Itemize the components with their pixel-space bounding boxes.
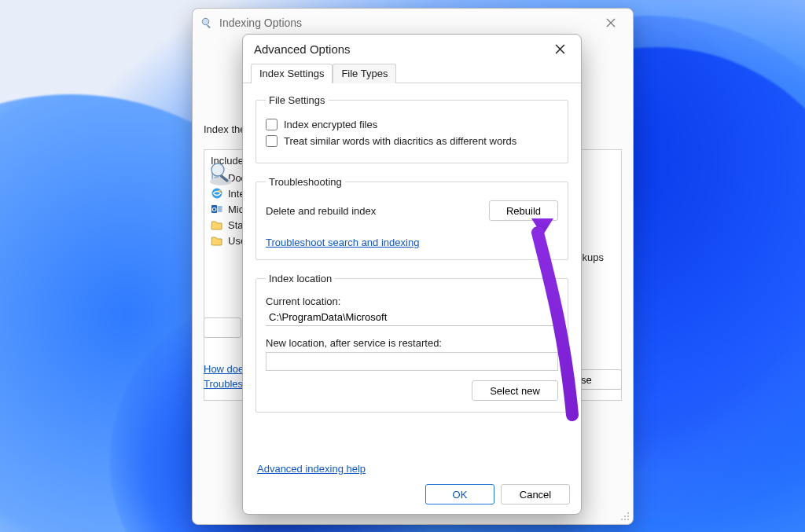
indexing-icon xyxy=(207,160,235,188)
window-title: Advanced Options xyxy=(254,42,545,56)
dialog-footer: OK Cancel xyxy=(425,484,570,504)
window-title: Indexing Options xyxy=(219,17,595,29)
svg-point-3 xyxy=(211,163,224,176)
titlebar[interactable]: Advanced Options xyxy=(243,35,581,63)
resize-grip[interactable] xyxy=(619,511,630,522)
svg-rect-14 xyxy=(627,512,629,514)
folder-icon xyxy=(211,234,223,247)
svg-rect-13 xyxy=(218,206,222,212)
magnifier-icon xyxy=(200,17,213,29)
cancel-button[interactable]: Cancel xyxy=(501,484,570,504)
svg-rect-19 xyxy=(627,519,629,520)
advanced-options-dialog: Advanced Options Index Settings File Typ… xyxy=(242,34,582,515)
how-does-link[interactable]: How doe xyxy=(204,363,244,375)
index-location-group: Index location Current location: New loc… xyxy=(255,273,568,413)
svg-rect-1 xyxy=(207,24,211,28)
checkbox-input[interactable] xyxy=(266,119,278,130)
folder-icon xyxy=(211,218,223,231)
select-new-button[interactable]: Select new xyxy=(472,380,558,401)
checkbox-label: Treat similar words with diacritics as d… xyxy=(284,135,516,147)
tab-file-types[interactable]: File Types xyxy=(333,64,396,83)
troubleshooting-group: Troubleshooting Delete and rebuild index… xyxy=(255,176,568,260)
list-item-label: Sta xyxy=(228,219,244,231)
svg-rect-18 xyxy=(624,519,626,520)
troubleshoot-search-link[interactable]: Troubleshoot search and indexing xyxy=(266,237,419,248)
checkbox-input[interactable] xyxy=(266,135,278,147)
svg-rect-16 xyxy=(627,515,629,517)
group-legend: Index location xyxy=(266,273,335,284)
new-location-label: New location, after service is restarted… xyxy=(266,337,558,349)
svg-text:O: O xyxy=(211,206,216,213)
svg-point-2 xyxy=(210,178,232,185)
checkbox-label: Index encrypted files xyxy=(284,119,377,130)
svg-point-0 xyxy=(202,18,208,24)
close-button[interactable] xyxy=(595,12,627,34)
advanced-indexing-help-link[interactable]: Advanced indexing help xyxy=(257,463,366,475)
outlook-icon: O xyxy=(211,203,223,215)
group-legend: Troubleshooting xyxy=(266,176,345,188)
tab-index-settings[interactable]: Index Settings xyxy=(251,64,333,83)
file-settings-group: File Settings Index encrypted files Trea… xyxy=(255,94,568,163)
parent-hidden-button[interactable] xyxy=(204,317,241,338)
rebuild-text: Delete and rebuild index xyxy=(266,205,376,217)
new-location-field[interactable] xyxy=(266,352,558,371)
ie-icon xyxy=(211,187,223,200)
titlebar[interactable]: Indexing Options xyxy=(193,9,633,37)
troubleshoot-link[interactable]: Troubles xyxy=(204,378,243,390)
current-location-label: Current location: xyxy=(266,295,558,307)
rebuild-button[interactable]: Rebuild xyxy=(489,200,558,221)
close-button[interactable] xyxy=(545,38,575,60)
checkbox-diacritics[interactable]: Treat similar words with diacritics as d… xyxy=(266,135,558,147)
ok-button[interactable]: OK xyxy=(425,484,494,504)
svg-rect-15 xyxy=(624,515,626,517)
checkbox-index-encrypted[interactable]: Index encrypted files xyxy=(266,119,558,130)
svg-rect-17 xyxy=(621,519,623,520)
tab-page-index-settings: File Settings Index encrypted files Trea… xyxy=(243,83,581,433)
svg-point-10 xyxy=(218,190,221,192)
tab-strip: Index Settings File Types xyxy=(243,63,581,83)
group-legend: File Settings xyxy=(266,94,329,106)
current-location-field[interactable] xyxy=(266,309,558,326)
